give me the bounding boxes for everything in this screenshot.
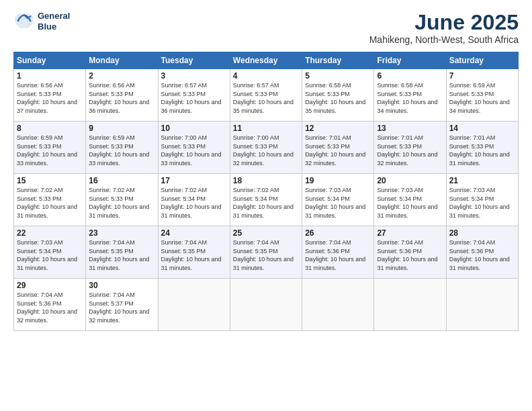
calendar-cell: 22Sunrise: 7:03 AMSunset: 5:34 PMDayligh… xyxy=(14,226,86,279)
calendar-cell: 19Sunrise: 7:03 AMSunset: 5:34 PMDayligh… xyxy=(302,174,374,226)
day-number: 6 xyxy=(377,71,443,81)
calendar-cell: 3Sunrise: 6:57 AMSunset: 5:33 PMDaylight… xyxy=(158,69,230,122)
day-info: Sunrise: 7:03 AMSunset: 5:34 PMDaylight:… xyxy=(449,186,515,220)
calendar-cell xyxy=(446,279,518,331)
day-info: Sunrise: 6:59 AMSunset: 5:33 PMDaylight:… xyxy=(449,81,515,115)
day-number: 11 xyxy=(233,124,299,133)
dow-saturday: Saturday xyxy=(446,52,518,69)
day-info: Sunrise: 7:02 AMSunset: 5:34 PMDaylight:… xyxy=(233,186,299,220)
day-number: 14 xyxy=(449,124,515,133)
calendar-cell: 25Sunrise: 7:04 AMSunset: 5:35 PMDayligh… xyxy=(230,226,302,279)
dow-friday: Friday xyxy=(374,52,446,69)
day-number: 17 xyxy=(161,176,227,185)
day-info: Sunrise: 7:00 AMSunset: 5:33 PMDaylight:… xyxy=(161,134,227,167)
day-info: Sunrise: 7:03 AMSunset: 5:34 PMDaylight:… xyxy=(377,186,443,220)
calendar-cell xyxy=(230,279,302,331)
calendar-cell: 7Sunrise: 6:59 AMSunset: 5:33 PMDaylight… xyxy=(446,69,518,122)
calendar-cell xyxy=(374,279,446,331)
day-info: Sunrise: 7:04 AMSunset: 5:37 PMDaylight:… xyxy=(89,291,154,324)
calendar-cell: 24Sunrise: 7:04 AMSunset: 5:35 PMDayligh… xyxy=(158,226,230,279)
calendar-cell xyxy=(158,279,230,331)
day-info: Sunrise: 6:57 AMSunset: 5:33 PMDaylight:… xyxy=(161,81,227,115)
day-info: Sunrise: 6:59 AMSunset: 5:33 PMDaylight:… xyxy=(17,134,83,167)
day-info: Sunrise: 7:02 AMSunset: 5:33 PMDaylight:… xyxy=(89,186,154,220)
calendar-cell xyxy=(302,279,374,331)
day-number: 29 xyxy=(17,281,83,290)
dow-tuesday: Tuesday xyxy=(158,52,230,69)
day-info: Sunrise: 7:01 AMSunset: 5:33 PMDaylight:… xyxy=(377,134,443,167)
day-info: Sunrise: 6:58 AMSunset: 5:33 PMDaylight:… xyxy=(377,81,443,115)
day-number: 27 xyxy=(377,228,443,238)
logo-icon xyxy=(13,11,35,32)
day-number: 25 xyxy=(233,228,299,238)
calendar-cell: 12Sunrise: 7:01 AMSunset: 5:33 PMDayligh… xyxy=(302,122,374,174)
day-info: Sunrise: 7:03 AMSunset: 5:34 PMDaylight:… xyxy=(305,186,371,220)
day-number: 9 xyxy=(89,124,154,133)
calendar-cell: 14Sunrise: 7:01 AMSunset: 5:33 PMDayligh… xyxy=(446,122,518,174)
day-number: 3 xyxy=(161,71,227,81)
day-number: 20 xyxy=(377,176,443,185)
day-number: 21 xyxy=(449,176,515,185)
calendar-cell: 17Sunrise: 7:02 AMSunset: 5:34 PMDayligh… xyxy=(158,174,230,226)
logo: General Blue xyxy=(13,11,70,32)
day-info: Sunrise: 7:04 AMSunset: 5:36 PMDaylight:… xyxy=(305,238,371,272)
day-number: 5 xyxy=(305,71,371,81)
calendar-cell: 30Sunrise: 7:04 AMSunset: 5:37 PMDayligh… xyxy=(86,279,158,331)
day-number: 24 xyxy=(161,228,227,238)
day-number: 4 xyxy=(233,71,299,81)
day-number: 12 xyxy=(305,124,371,133)
day-info: Sunrise: 7:04 AMSunset: 5:35 PMDaylight:… xyxy=(89,238,154,272)
day-info: Sunrise: 6:56 AMSunset: 5:33 PMDaylight:… xyxy=(89,81,154,115)
day-info: Sunrise: 7:00 AMSunset: 5:33 PMDaylight:… xyxy=(233,134,299,167)
day-info: Sunrise: 6:59 AMSunset: 5:33 PMDaylight:… xyxy=(89,134,154,167)
day-info: Sunrise: 7:01 AMSunset: 5:33 PMDaylight:… xyxy=(449,134,515,167)
day-number: 2 xyxy=(89,71,154,81)
day-number: 16 xyxy=(89,176,154,185)
location-title: Mahikeng, North-West, South Africa xyxy=(369,34,519,45)
month-title: June 2025 xyxy=(369,11,519,34)
calendar-cell: 26Sunrise: 7:04 AMSunset: 5:36 PMDayligh… xyxy=(302,226,374,279)
calendar-cell: 1Sunrise: 6:56 AMSunset: 5:33 PMDaylight… xyxy=(14,69,86,122)
calendar-cell: 28Sunrise: 7:04 AMSunset: 5:36 PMDayligh… xyxy=(446,226,518,279)
title-block: June 2025 Mahikeng, North-West, South Af… xyxy=(369,11,519,45)
calendar-cell: 6Sunrise: 6:58 AMSunset: 5:33 PMDaylight… xyxy=(374,69,446,122)
day-info: Sunrise: 7:04 AMSunset: 5:36 PMDaylight:… xyxy=(17,291,83,324)
day-number: 8 xyxy=(17,124,83,133)
header: General Blue June 2025 Mahikeng, North-W… xyxy=(13,11,519,45)
logo-text: General Blue xyxy=(38,11,70,32)
dow-thursday: Thursday xyxy=(302,52,374,69)
day-number: 26 xyxy=(305,228,371,238)
calendar-cell: 15Sunrise: 7:02 AMSunset: 5:33 PMDayligh… xyxy=(14,174,86,226)
calendar-page: General Blue June 2025 Mahikeng, North-W… xyxy=(0,0,532,411)
dow-monday: Monday xyxy=(86,52,158,69)
day-info: Sunrise: 7:04 AMSunset: 5:35 PMDaylight:… xyxy=(233,238,299,272)
day-info: Sunrise: 7:04 AMSunset: 5:36 PMDaylight:… xyxy=(377,238,443,272)
calendar-cell: 13Sunrise: 7:01 AMSunset: 5:33 PMDayligh… xyxy=(374,122,446,174)
day-number: 10 xyxy=(161,124,227,133)
day-number: 19 xyxy=(305,176,371,185)
day-info: Sunrise: 6:56 AMSunset: 5:33 PMDaylight:… xyxy=(17,81,83,115)
dow-sunday: Sunday xyxy=(14,52,86,69)
calendar-cell: 10Sunrise: 7:00 AMSunset: 5:33 PMDayligh… xyxy=(158,122,230,174)
day-number: 22 xyxy=(17,228,83,238)
dow-wednesday: Wednesday xyxy=(230,52,302,69)
calendar-cell: 11Sunrise: 7:00 AMSunset: 5:33 PMDayligh… xyxy=(230,122,302,174)
day-number: 7 xyxy=(449,71,515,81)
calendar-table: SundayMondayTuesdayWednesdayThursdayFrid… xyxy=(13,52,519,331)
day-info: Sunrise: 7:01 AMSunset: 5:33 PMDaylight:… xyxy=(305,134,371,167)
day-info: Sunrise: 7:02 AMSunset: 5:34 PMDaylight:… xyxy=(161,186,227,220)
calendar-cell: 27Sunrise: 7:04 AMSunset: 5:36 PMDayligh… xyxy=(374,226,446,279)
calendar-cell: 23Sunrise: 7:04 AMSunset: 5:35 PMDayligh… xyxy=(86,226,158,279)
day-info: Sunrise: 6:58 AMSunset: 5:33 PMDaylight:… xyxy=(305,81,371,115)
day-info: Sunrise: 7:02 AMSunset: 5:33 PMDaylight:… xyxy=(17,186,83,220)
calendar-cell: 16Sunrise: 7:02 AMSunset: 5:33 PMDayligh… xyxy=(86,174,158,226)
calendar-cell: 9Sunrise: 6:59 AMSunset: 5:33 PMDaylight… xyxy=(86,122,158,174)
calendar-cell: 18Sunrise: 7:02 AMSunset: 5:34 PMDayligh… xyxy=(230,174,302,226)
day-number: 30 xyxy=(89,281,154,290)
calendar-cell: 20Sunrise: 7:03 AMSunset: 5:34 PMDayligh… xyxy=(374,174,446,226)
calendar-cell: 5Sunrise: 6:58 AMSunset: 5:33 PMDaylight… xyxy=(302,69,374,122)
calendar-cell: 21Sunrise: 7:03 AMSunset: 5:34 PMDayligh… xyxy=(446,174,518,226)
day-info: Sunrise: 6:57 AMSunset: 5:33 PMDaylight:… xyxy=(233,81,299,115)
day-info: Sunrise: 7:03 AMSunset: 5:34 PMDaylight:… xyxy=(17,238,83,272)
day-info: Sunrise: 7:04 AMSunset: 5:35 PMDaylight:… xyxy=(161,238,227,272)
